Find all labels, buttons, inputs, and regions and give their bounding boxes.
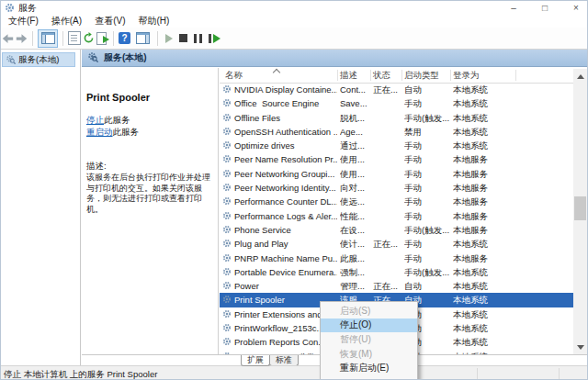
service-gear-icon (222, 98, 232, 107)
pause-service-icon[interactable] (194, 30, 202, 47)
stop-service-line: 停止此服务 (86, 115, 130, 127)
service-logon-as: 本地系统 (453, 308, 514, 320)
service-name: PNRP Machine Name Pu... (234, 252, 337, 264)
service-row[interactable]: Peer Name Resolution Pr... 使用... 手动 本地服务 (220, 152, 573, 166)
service-row[interactable]: Phone Service 在设... 手动(触发... 本地服务 (220, 223, 573, 237)
service-gear-icon (222, 295, 232, 304)
console-tree-pane: 服务(本地) (1, 50, 81, 365)
start-service-icon[interactable] (165, 30, 173, 47)
view-tab[interactable]: 扩展 (241, 355, 270, 366)
menubar-item[interactable]: 操作(A) (45, 15, 88, 28)
vertical-scrollbar[interactable] (573, 69, 587, 354)
service-logon-as: 本地服务 (453, 196, 514, 207)
service-description: 使用... (340, 153, 370, 165)
column-header-status[interactable]: 状态 (373, 70, 390, 82)
service-description: 在设... (340, 224, 370, 236)
scroll-up-icon[interactable] (573, 69, 587, 84)
window-title: 服务 (18, 2, 37, 15)
service-description: Save... (340, 97, 370, 109)
menubar-item[interactable]: 帮助(H) (131, 15, 175, 28)
service-row[interactable]: Office Source Engine Save... 手动 本地系统 (220, 96, 573, 110)
close-button[interactable]: × (571, 2, 582, 15)
service-startup-type: 手动 (404, 196, 450, 207)
show-action-pane-icon[interactable] (132, 29, 153, 48)
column-header-name[interactable]: 名称 (225, 70, 243, 82)
service-startup-type: 自动 (404, 84, 450, 95)
service-row[interactable]: Plug and Play 使计... 正在... 手动 本地系统 (220, 237, 573, 251)
context-menu-item[interactable]: 重新启动(E) (321, 361, 417, 375)
service-logon-as: 本地系统 (453, 322, 514, 334)
service-row[interactable]: Power 管理... 正在... 自动 本地系统 (220, 279, 573, 293)
service-name: Offline Files (234, 112, 337, 124)
service-row[interactable]: PNRP Machine Name Pu... 此服... 手动 本地服务 (220, 251, 573, 265)
services-window: 服务 – □ × 文件(F)操作(A)查看(V)帮助(H) ? (0, 0, 588, 380)
refresh-icon[interactable] (83, 30, 95, 47)
results-header-label: 服务(本地) (104, 51, 147, 64)
menubar-item[interactable]: 文件(F) (1, 15, 45, 28)
restart-service-icon[interactable] (209, 30, 220, 47)
service-gear-icon (222, 309, 232, 319)
service-startup-type: 手动 (404, 168, 450, 180)
service-gear-icon (222, 225, 232, 234)
service-row[interactable]: Performance Logs & Aler... 性能... 手动 本地服务 (220, 209, 573, 223)
service-logon-as: 本地系统 (453, 294, 514, 306)
service-logon-as: 本地系统 (453, 112, 514, 124)
service-row[interactable]: Optimize drives 通过... 手动 本地系统 (220, 139, 573, 152)
service-name: Power (234, 280, 337, 292)
context-menu-item[interactable]: 恢复(M) (321, 347, 417, 362)
service-gear-icon (222, 113, 232, 122)
service-row[interactable]: Offline Files 脱机... 手动(触发... 本地系统 (220, 111, 573, 125)
scroll-down-icon[interactable] (573, 340, 587, 354)
help-icon[interactable]: ? (119, 30, 130, 47)
column-header-startup-type[interactable]: 启动类型 (404, 70, 439, 82)
properties-icon[interactable] (68, 30, 81, 47)
context-menu-item[interactable]: 停止(O) (321, 319, 417, 333)
minimize-button[interactable]: – (508, 2, 519, 15)
service-name: NVIDIA Display Containe... (234, 84, 337, 95)
service-row[interactable]: NVIDIA Display Containe... Cont... 正在...… (220, 83, 573, 96)
service-description: 使远... (340, 196, 370, 207)
statusbar: 停止 本地计算机 上的服务 Print Spooler (1, 365, 587, 380)
service-startup-type: 手动 (404, 210, 450, 222)
restart-service-line: 重启动此服务 (86, 127, 139, 139)
scrollbar-thumb[interactable] (574, 196, 586, 220)
show-console-tree-icon[interactable] (38, 29, 58, 48)
context-menu-item[interactable]: 启动(S) (321, 304, 417, 319)
service-gear-icon (222, 337, 232, 346)
service-gear-icon (222, 253, 232, 263)
context-menu-item[interactable]: 暂停(U) (321, 332, 417, 347)
service-row[interactable]: OpenSSH Authentication ... Age... 禁用 本地系… (220, 125, 573, 139)
service-name: Performance Counter DL... (234, 196, 337, 207)
service-description: 使用... (340, 168, 370, 180)
services-app-icon (5, 3, 15, 13)
service-row[interactable]: Performance Counter DL... 使远... 手动 本地服务 (220, 195, 573, 208)
stop-service-link[interactable]: 停止 (86, 115, 104, 125)
service-description: 此服... (340, 252, 370, 264)
toolbar: ? (1, 28, 587, 50)
service-row[interactable]: Peer Networking Identity... 向对... 手动 本地服… (220, 181, 573, 195)
service-logon-as: 本地系统 (453, 97, 514, 109)
service-startup-type: 手动 (404, 182, 450, 194)
export-list-icon[interactable] (96, 32, 108, 44)
menubar-item[interactable]: 查看(V) (88, 15, 131, 28)
tree-item-services-local[interactable]: 服务(本地) (2, 52, 75, 67)
service-startup-type: 手动 (404, 238, 450, 250)
column-header-description[interactable]: 描述 (340, 70, 357, 82)
service-description: 使计... (340, 238, 370, 250)
service-row[interactable]: Portable Device Enumera... 强制... 手动(触发..… (220, 265, 573, 279)
stop-service-icon[interactable] (179, 30, 187, 47)
service-row[interactable]: Peer Networking Groupi... 使用... 手动 本地服务 (220, 167, 573, 181)
toolbar-separator (113, 31, 114, 46)
column-header-logon-as[interactable]: 登录为 (453, 70, 480, 82)
service-gear-icon (222, 84, 232, 94)
service-gear-icon (222, 211, 232, 220)
maximize-button[interactable]: □ (539, 2, 550, 15)
tree-item-label: 服务(本地) (18, 54, 59, 66)
description-label: 描述: (86, 161, 107, 173)
back-icon[interactable] (2, 30, 14, 47)
forward-icon[interactable] (16, 30, 28, 47)
description-text: 该服务在后台执行打印作业并处理与打印机的交互。如果关闭该服务，则无法进行打印或查… (86, 173, 215, 215)
statusbar-text: 停止 本地计算机 上的服务 Print Spooler (4, 369, 157, 380)
service-logon-as: 本地系统 (453, 140, 514, 151)
restart-service-link[interactable]: 重启动 (86, 127, 113, 137)
